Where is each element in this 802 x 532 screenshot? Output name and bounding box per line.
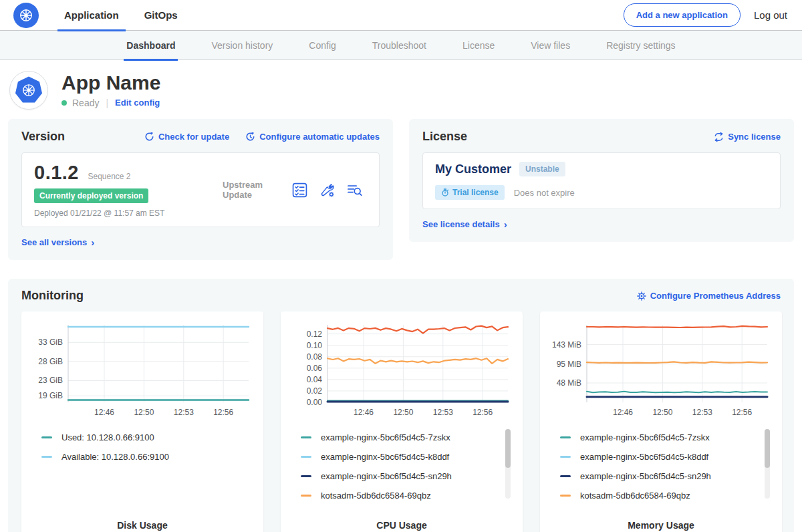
chart-title: Disk Usage	[32, 513, 253, 531]
license-panel: License Sync license My Customer Unstabl…	[409, 119, 794, 242]
edit-config-version-button[interactable]	[319, 182, 335, 198]
legend-dash-icon	[560, 436, 571, 438]
preflight-checks-button[interactable]	[292, 182, 307, 198]
legend-item: kotsadm-5db6dc6584-69qbz	[560, 486, 771, 505]
subnav-tab-dashboard[interactable]: Dashboard	[126, 31, 175, 60]
app-kubernetes-icon	[13, 75, 44, 106]
subnav-tab-registry-settings[interactable]: Registry settings	[606, 31, 675, 60]
legend-item: example-nginx-5bc6f5d4c5-7zskx	[301, 428, 512, 447]
deployed-badge: Currently deployed version	[34, 188, 148, 203]
legend-dash-icon	[560, 456, 571, 458]
version-panel-title: Version	[21, 130, 65, 144]
edit-config-link[interactable]: Edit config	[115, 98, 160, 108]
top-nav-tabs: ApplicationGitOps	[56, 0, 195, 31]
svg-text:48 MiB: 48 MiB	[557, 378, 581, 388]
svg-text:19 GiB: 19 GiB	[38, 391, 63, 400]
legend-item: Used: 10.128.0.66:9100	[41, 428, 253, 447]
see-all-versions-link[interactable]: See all versions ›	[21, 237, 94, 247]
svg-text:12:53: 12:53	[174, 408, 194, 417]
channel-badge: Unstable	[519, 162, 565, 176]
chevron-right-icon: ›	[504, 221, 507, 229]
current-version-card: 0.1.2 Sequence 2 Currently deployed vers…	[21, 152, 380, 227]
monitoring-panel: Monitoring Configure Prometheus Address …	[8, 279, 794, 532]
memory-usage-chart-card: 12:4612:5012:5312:56143 MiB95 MiB48 MiB …	[540, 311, 782, 532]
disk-usage-plot: 12:4612:5012:5312:5633 GiB28 GiB23 GiB19…	[32, 319, 253, 420]
version-number: 0.1.2	[34, 162, 79, 183]
svg-text:0.04: 0.04	[307, 375, 323, 384]
license-expiration: Does not expire	[514, 188, 575, 198]
version-panel: Version Check for update Configure autom…	[8, 119, 393, 260]
license-type-badge: Trial license	[435, 185, 505, 200]
legend-label: example-nginx-5bc6f5d4c5-k8ddf	[580, 452, 708, 462]
subnav-tab-troubleshoot[interactable]: Troubleshoot	[372, 31, 426, 60]
legend-dash-icon	[560, 475, 571, 477]
legend-scrollbar-thumb[interactable]	[505, 429, 511, 468]
scheduled-update-icon	[245, 132, 255, 142]
cpu-usage-legend: example-nginx-5bc6f5d4c5-7zskxexample-ng…	[291, 428, 512, 505]
svg-text:12:56: 12:56	[213, 408, 233, 417]
legend-scrollbar[interactable]	[505, 429, 511, 499]
chevron-right-icon: ›	[91, 239, 94, 247]
status-dot-icon	[61, 100, 67, 106]
legend-label: kotsadm-5db6dc6584-69qbz	[580, 491, 690, 501]
add-application-button[interactable]: Add a new application	[624, 3, 741, 27]
legend-item: example-nginx-5bc6f5d4c5-7zskx	[560, 428, 771, 447]
app-icon	[9, 71, 48, 110]
sync-license-link[interactable]: Sync license	[714, 132, 781, 142]
cpu-usage-plot: 12:4612:5012:5312:560.120.100.080.060.04…	[291, 319, 512, 420]
legend-dash-icon	[301, 475, 311, 477]
see-license-details-link[interactable]: See license details ›	[422, 219, 507, 229]
svg-text:23 GiB: 23 GiB	[38, 376, 63, 385]
subnav-tab-version-history[interactable]: Version history	[211, 31, 273, 60]
legend-dash-icon	[41, 436, 52, 438]
svg-text:28 GiB: 28 GiB	[38, 357, 63, 366]
chart-title: CPU Usage	[291, 513, 512, 531]
legend-label: example-nginx-5bc6f5d4c5-7zskx	[580, 432, 710, 442]
gear-icon	[637, 291, 646, 301]
legend-item: example-nginx-5bc6f5d4c5-k8ddf	[560, 447, 771, 467]
subnav-tab-license[interactable]: License	[462, 31, 495, 60]
memory-usage-plot: 12:4612:5012:5312:56143 MiB95 MiB48 MiB	[551, 319, 771, 420]
svg-text:12:56: 12:56	[732, 408, 752, 417]
legend-scrollbar-thumb[interactable]	[765, 429, 770, 468]
legend-item: example-nginx-5bc6f5d4c5-k8ddf	[301, 447, 512, 467]
svg-text:12:50: 12:50	[393, 408, 413, 417]
logout-button[interactable]: Log out	[754, 9, 789, 21]
view-deploy-logs-button[interactable]	[347, 182, 363, 198]
refresh-icon	[144, 132, 154, 142]
version-source-label: Upstream Update	[201, 180, 292, 200]
subnav-tab-view-files[interactable]: View files	[531, 31, 570, 60]
svg-text:143 MiB: 143 MiB	[552, 340, 581, 350]
legend-label: kotsadm-5db6dc6584-69qbz	[321, 491, 431, 501]
configure-automatic-updates-link[interactable]: Configure automatic updates	[245, 132, 380, 142]
nav-tab-application[interactable]: Application	[56, 0, 127, 31]
nav-tab-gitops[interactable]: GitOps	[136, 0, 186, 31]
legend-label: example-nginx-5bc6f5d4c5-sn29h	[321, 471, 452, 481]
legend-dash-icon	[560, 495, 571, 497]
legend-item: example-nginx-5bc6f5d4c5-sn29h	[301, 467, 512, 486]
deployed-timestamp: Deployed 01/21/22 @ 11:57 am EST	[34, 209, 201, 218]
svg-text:0.12: 0.12	[307, 329, 323, 339]
logs-search-icon	[347, 183, 363, 197]
kubernetes-logo-icon[interactable]	[13, 3, 39, 28]
subnav-tab-config[interactable]: Config	[309, 31, 336, 60]
svg-text:12:46: 12:46	[354, 408, 374, 417]
chart-title: Memory Usage	[551, 513, 771, 531]
check-for-update-link[interactable]: Check for update	[144, 132, 229, 142]
legend-label: example-nginx-5bc6f5d4c5-sn29h	[580, 471, 711, 481]
svg-text:33 GiB: 33 GiB	[38, 338, 63, 347]
configure-prometheus-link[interactable]: Configure Prometheus Address	[637, 291, 781, 301]
legend-label: Used: 10.128.0.66:9100	[61, 432, 154, 442]
legend-label: example-nginx-5bc6f5d4c5-7zskx	[321, 432, 450, 442]
legend-dash-icon	[41, 456, 52, 458]
disk-usage-legend: Used: 10.128.0.66:9100Available: 10.128.…	[32, 428, 253, 467]
legend-scrollbar[interactable]	[765, 429, 770, 499]
app-header: App Name Ready | Edit config	[0, 60, 802, 119]
legend-label: Available: 10.128.0.66:9100	[61, 452, 169, 462]
svg-text:12:53: 12:53	[692, 408, 712, 417]
sync-arrows-icon	[714, 132, 724, 142]
svg-text:0.08: 0.08	[307, 352, 323, 362]
cpu-usage-chart-card: 12:4612:5012:5312:560.120.100.080.060.04…	[281, 311, 523, 532]
legend-label: example-nginx-5bc6f5d4c5-k8ddf	[321, 452, 449, 462]
legend-dash-icon	[301, 495, 311, 497]
